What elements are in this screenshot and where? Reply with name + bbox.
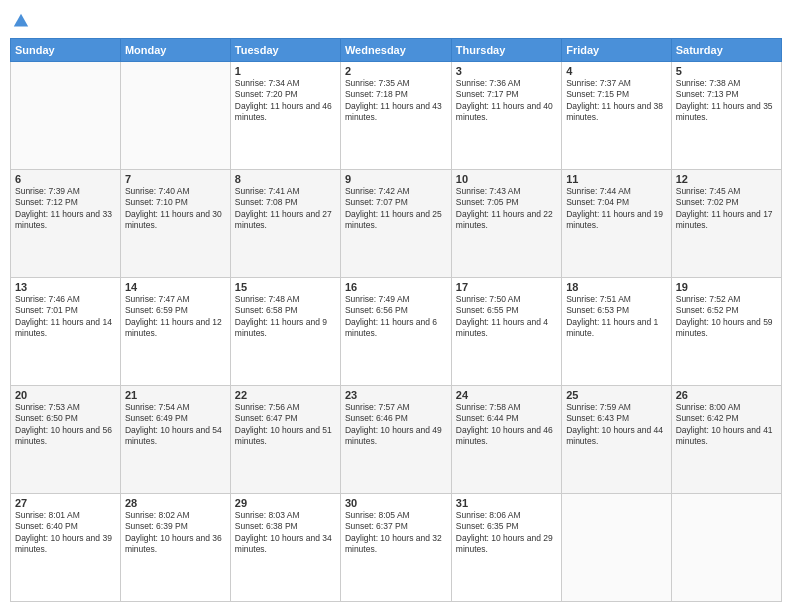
day-number: 8 bbox=[235, 173, 336, 185]
calendar-cell: 30Sunrise: 8:05 AMSunset: 6:37 PMDayligh… bbox=[340, 494, 451, 602]
day-number: 10 bbox=[456, 173, 557, 185]
day-number: 29 bbox=[235, 497, 336, 509]
day-info: Sunrise: 7:39 AMSunset: 7:12 PMDaylight:… bbox=[15, 186, 116, 232]
calendar-cell: 17Sunrise: 7:50 AMSunset: 6:55 PMDayligh… bbox=[451, 278, 561, 386]
calendar-cell bbox=[671, 494, 781, 602]
calendar-cell: 14Sunrise: 7:47 AMSunset: 6:59 PMDayligh… bbox=[120, 278, 230, 386]
calendar-cell bbox=[120, 62, 230, 170]
calendar-cell: 11Sunrise: 7:44 AMSunset: 7:04 PMDayligh… bbox=[562, 170, 672, 278]
calendar-day-header: Monday bbox=[120, 39, 230, 62]
calendar-table: SundayMondayTuesdayWednesdayThursdayFrid… bbox=[10, 38, 782, 602]
day-number: 3 bbox=[456, 65, 557, 77]
day-info: Sunrise: 7:34 AMSunset: 7:20 PMDaylight:… bbox=[235, 78, 336, 124]
day-info: Sunrise: 7:51 AMSunset: 6:53 PMDaylight:… bbox=[566, 294, 667, 340]
day-info: Sunrise: 7:50 AMSunset: 6:55 PMDaylight:… bbox=[456, 294, 557, 340]
day-info: Sunrise: 7:37 AMSunset: 7:15 PMDaylight:… bbox=[566, 78, 667, 124]
calendar-cell: 25Sunrise: 7:59 AMSunset: 6:43 PMDayligh… bbox=[562, 386, 672, 494]
calendar-cell: 20Sunrise: 7:53 AMSunset: 6:50 PMDayligh… bbox=[11, 386, 121, 494]
calendar-cell: 10Sunrise: 7:43 AMSunset: 7:05 PMDayligh… bbox=[451, 170, 561, 278]
day-info: Sunrise: 7:38 AMSunset: 7:13 PMDaylight:… bbox=[676, 78, 777, 124]
day-info: Sunrise: 7:49 AMSunset: 6:56 PMDaylight:… bbox=[345, 294, 447, 340]
day-number: 6 bbox=[15, 173, 116, 185]
day-number: 19 bbox=[676, 281, 777, 293]
day-info: Sunrise: 7:35 AMSunset: 7:18 PMDaylight:… bbox=[345, 78, 447, 124]
day-number: 27 bbox=[15, 497, 116, 509]
day-info: Sunrise: 7:46 AMSunset: 7:01 PMDaylight:… bbox=[15, 294, 116, 340]
day-number: 26 bbox=[676, 389, 777, 401]
svg-marker-0 bbox=[14, 14, 28, 27]
day-info: Sunrise: 8:00 AMSunset: 6:42 PMDaylight:… bbox=[676, 402, 777, 448]
page: SundayMondayTuesdayWednesdayThursdayFrid… bbox=[0, 0, 792, 612]
calendar-cell: 27Sunrise: 8:01 AMSunset: 6:40 PMDayligh… bbox=[11, 494, 121, 602]
day-info: Sunrise: 7:41 AMSunset: 7:08 PMDaylight:… bbox=[235, 186, 336, 232]
day-info: Sunrise: 7:54 AMSunset: 6:49 PMDaylight:… bbox=[125, 402, 226, 448]
day-info: Sunrise: 7:52 AMSunset: 6:52 PMDaylight:… bbox=[676, 294, 777, 340]
day-info: Sunrise: 7:36 AMSunset: 7:17 PMDaylight:… bbox=[456, 78, 557, 124]
day-info: Sunrise: 7:48 AMSunset: 6:58 PMDaylight:… bbox=[235, 294, 336, 340]
day-info: Sunrise: 7:53 AMSunset: 6:50 PMDaylight:… bbox=[15, 402, 116, 448]
day-number: 15 bbox=[235, 281, 336, 293]
calendar-cell: 1Sunrise: 7:34 AMSunset: 7:20 PMDaylight… bbox=[230, 62, 340, 170]
calendar-cell: 8Sunrise: 7:41 AMSunset: 7:08 PMDaylight… bbox=[230, 170, 340, 278]
day-number: 4 bbox=[566, 65, 667, 77]
calendar-day-header: Friday bbox=[562, 39, 672, 62]
calendar-cell: 24Sunrise: 7:58 AMSunset: 6:44 PMDayligh… bbox=[451, 386, 561, 494]
logo-icon bbox=[12, 12, 30, 30]
calendar-day-header: Saturday bbox=[671, 39, 781, 62]
day-number: 18 bbox=[566, 281, 667, 293]
day-number: 14 bbox=[125, 281, 226, 293]
day-info: Sunrise: 7:59 AMSunset: 6:43 PMDaylight:… bbox=[566, 402, 667, 448]
day-number: 22 bbox=[235, 389, 336, 401]
day-info: Sunrise: 8:03 AMSunset: 6:38 PMDaylight:… bbox=[235, 510, 336, 556]
calendar-cell: 21Sunrise: 7:54 AMSunset: 6:49 PMDayligh… bbox=[120, 386, 230, 494]
day-number: 17 bbox=[456, 281, 557, 293]
day-info: Sunrise: 7:57 AMSunset: 6:46 PMDaylight:… bbox=[345, 402, 447, 448]
day-number: 23 bbox=[345, 389, 447, 401]
day-info: Sunrise: 7:58 AMSunset: 6:44 PMDaylight:… bbox=[456, 402, 557, 448]
calendar-cell: 12Sunrise: 7:45 AMSunset: 7:02 PMDayligh… bbox=[671, 170, 781, 278]
calendar-week-row: 6Sunrise: 7:39 AMSunset: 7:12 PMDaylight… bbox=[11, 170, 782, 278]
calendar-cell: 13Sunrise: 7:46 AMSunset: 7:01 PMDayligh… bbox=[11, 278, 121, 386]
day-number: 1 bbox=[235, 65, 336, 77]
calendar-cell: 4Sunrise: 7:37 AMSunset: 7:15 PMDaylight… bbox=[562, 62, 672, 170]
calendar-cell: 7Sunrise: 7:40 AMSunset: 7:10 PMDaylight… bbox=[120, 170, 230, 278]
calendar-week-row: 20Sunrise: 7:53 AMSunset: 6:50 PMDayligh… bbox=[11, 386, 782, 494]
day-number: 13 bbox=[15, 281, 116, 293]
day-number: 7 bbox=[125, 173, 226, 185]
calendar-day-header: Thursday bbox=[451, 39, 561, 62]
calendar-day-header: Sunday bbox=[11, 39, 121, 62]
day-number: 21 bbox=[125, 389, 226, 401]
day-number: 30 bbox=[345, 497, 447, 509]
day-number: 11 bbox=[566, 173, 667, 185]
header bbox=[10, 10, 782, 30]
calendar-week-row: 27Sunrise: 8:01 AMSunset: 6:40 PMDayligh… bbox=[11, 494, 782, 602]
calendar-cell: 19Sunrise: 7:52 AMSunset: 6:52 PMDayligh… bbox=[671, 278, 781, 386]
logo bbox=[10, 10, 30, 30]
day-number: 5 bbox=[676, 65, 777, 77]
calendar-cell: 5Sunrise: 7:38 AMSunset: 7:13 PMDaylight… bbox=[671, 62, 781, 170]
day-number: 24 bbox=[456, 389, 557, 401]
day-info: Sunrise: 8:06 AMSunset: 6:35 PMDaylight:… bbox=[456, 510, 557, 556]
calendar-cell: 26Sunrise: 8:00 AMSunset: 6:42 PMDayligh… bbox=[671, 386, 781, 494]
day-info: Sunrise: 8:01 AMSunset: 6:40 PMDaylight:… bbox=[15, 510, 116, 556]
day-number: 9 bbox=[345, 173, 447, 185]
day-info: Sunrise: 7:45 AMSunset: 7:02 PMDaylight:… bbox=[676, 186, 777, 232]
calendar-cell: 31Sunrise: 8:06 AMSunset: 6:35 PMDayligh… bbox=[451, 494, 561, 602]
calendar-cell bbox=[562, 494, 672, 602]
calendar-cell: 16Sunrise: 7:49 AMSunset: 6:56 PMDayligh… bbox=[340, 278, 451, 386]
day-info: Sunrise: 7:56 AMSunset: 6:47 PMDaylight:… bbox=[235, 402, 336, 448]
calendar-header-row: SundayMondayTuesdayWednesdayThursdayFrid… bbox=[11, 39, 782, 62]
calendar-cell: 18Sunrise: 7:51 AMSunset: 6:53 PMDayligh… bbox=[562, 278, 672, 386]
day-number: 12 bbox=[676, 173, 777, 185]
calendar-week-row: 1Sunrise: 7:34 AMSunset: 7:20 PMDaylight… bbox=[11, 62, 782, 170]
calendar-cell: 22Sunrise: 7:56 AMSunset: 6:47 PMDayligh… bbox=[230, 386, 340, 494]
day-number: 31 bbox=[456, 497, 557, 509]
day-number: 16 bbox=[345, 281, 447, 293]
day-number: 2 bbox=[345, 65, 447, 77]
day-info: Sunrise: 7:42 AMSunset: 7:07 PMDaylight:… bbox=[345, 186, 447, 232]
day-info: Sunrise: 7:43 AMSunset: 7:05 PMDaylight:… bbox=[456, 186, 557, 232]
calendar-cell bbox=[11, 62, 121, 170]
calendar-cell: 9Sunrise: 7:42 AMSunset: 7:07 PMDaylight… bbox=[340, 170, 451, 278]
calendar-cell: 3Sunrise: 7:36 AMSunset: 7:17 PMDaylight… bbox=[451, 62, 561, 170]
calendar-cell: 2Sunrise: 7:35 AMSunset: 7:18 PMDaylight… bbox=[340, 62, 451, 170]
